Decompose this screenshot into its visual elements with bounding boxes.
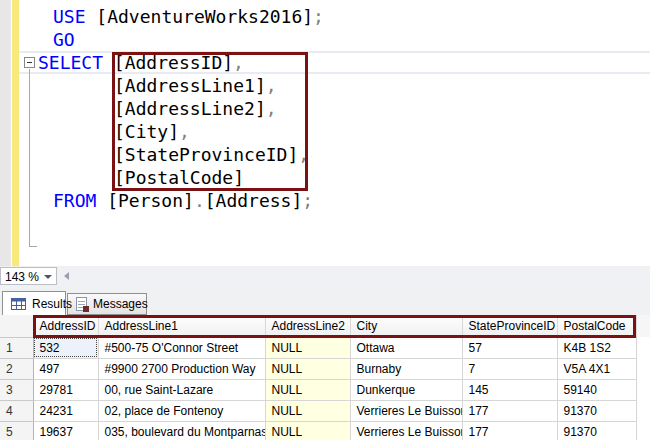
grid-cell[interactable]: 19637 (33, 421, 98, 440)
code-line: SELECT [AddressID], (20, 51, 650, 74)
code-line: [PostalCode] (20, 166, 650, 189)
grid-cell-null[interactable]: NULL (265, 400, 350, 421)
sql-identifier: [AddressID] (114, 52, 233, 73)
code-line: USE [AdventureWorks2016]; (20, 5, 650, 28)
column-header-addressid[interactable]: AddressID (33, 315, 98, 337)
sql-keyword: SELECT (38, 52, 114, 73)
column-header-addressline2[interactable]: AddressLine2 (265, 315, 350, 337)
sql-operator: , (266, 75, 277, 96)
grid-cell-null[interactable]: NULL (265, 379, 350, 400)
grid-cell[interactable]: 177 (462, 421, 557, 440)
fold-region-end (29, 246, 37, 247)
grid-cell[interactable]: 24231 (33, 400, 98, 421)
table-row: 3 29781 00, rue Saint-Lazare NULL Dunker… (0, 379, 650, 400)
grid-cell-null[interactable]: NULL (265, 421, 350, 440)
grid-cell[interactable]: #500-75 O'Connor Street (98, 337, 265, 358)
grid-cell-null[interactable]: NULL (265, 337, 350, 358)
sql-keyword: FROM (53, 190, 107, 211)
grid-corner-cell[interactable] (0, 315, 33, 337)
grid-cell[interactable]: V5A 4X1 (557, 358, 636, 379)
sql-identifier: [Address] (205, 190, 303, 211)
sql-identifier: [Person] (107, 190, 194, 211)
grid-cell[interactable]: 7 (462, 358, 557, 379)
sql-operator: , (266, 98, 277, 119)
grid-cell[interactable]: 145 (462, 379, 557, 400)
grid-header-row: AddressID AddressLine1 AddressLine2 City… (0, 315, 650, 337)
ssms-window: USE [AdventureWorks2016]; GO SELECT [Add… (0, 0, 650, 440)
grid-cell[interactable]: 57 (462, 337, 557, 358)
grid-cell[interactable]: 91370 (557, 400, 636, 421)
sql-identifier: [AdventureWorks2016] (96, 6, 313, 27)
sql-operator: , (298, 144, 309, 165)
change-tracking-bar (12, 0, 19, 266)
grid-cell[interactable]: 02, place de Fontenoy (98, 400, 265, 421)
results-tabstrip: Results Messages (0, 285, 650, 315)
sql-identifier: [StateProvinceID] (114, 144, 298, 165)
grid-cell[interactable]: K4B 1S2 (557, 337, 636, 358)
row-number[interactable]: 1 (0, 337, 33, 358)
grid-cell[interactable]: #9900 2700 Production Way (98, 358, 265, 379)
column-header-city[interactable]: City (350, 315, 462, 337)
grid-cell[interactable]: 29781 (33, 379, 98, 400)
sql-operator: . (194, 190, 205, 211)
sql-editor[interactable]: USE [AdventureWorks2016]; GO SELECT [Add… (0, 0, 650, 266)
results-table: AddressID AddressLine1 AddressLine2 City… (0, 315, 650, 440)
scroll-left-icon[interactable] (64, 272, 69, 280)
horizontal-scrollbar[interactable] (58, 267, 650, 285)
tab-results-label: Results (32, 297, 72, 311)
row-number[interactable]: 5 (0, 421, 33, 440)
sql-operator: ; (302, 190, 313, 211)
messages-document-icon (76, 297, 87, 311)
results-grid-icon (11, 298, 26, 310)
code-line: [City], (20, 120, 650, 143)
sql-identifier: [City] (114, 121, 179, 142)
tab-messages[interactable]: Messages (67, 293, 147, 315)
zoom-level-value: 143 % (5, 270, 39, 284)
grid-cell[interactable]: 497 (33, 358, 98, 379)
sql-code[interactable]: USE [AdventureWorks2016]; GO SELECT [Add… (20, 5, 650, 235)
sql-operator: , (233, 52, 244, 73)
grid-cell[interactable]: 91370 (557, 421, 636, 440)
grid-cell[interactable]: Dunkerque (350, 379, 462, 400)
grid-cell[interactable]: Verrieres Le Buisson (350, 400, 462, 421)
table-row: 4 24231 02, place de Fontenoy NULL Verri… (0, 400, 650, 421)
grid-header-filler (636, 315, 650, 337)
sql-operator: ; (313, 6, 324, 27)
grid-cell[interactable]: Burnaby (350, 358, 462, 379)
table-row: 5 19637 035, boulevard du Montparnasse N… (0, 421, 650, 440)
code-line: FROM [Person].[Address]; (20, 189, 650, 212)
grid-cell[interactable]: 59140 (557, 379, 636, 400)
tab-results[interactable]: Results (2, 291, 66, 315)
sql-identifier: [PostalCode] (114, 167, 244, 188)
column-header-addressline1[interactable]: AddressLine1 (98, 315, 265, 337)
sql-identifier: [AddressLine2] (114, 98, 266, 119)
code-line: [AddressLine1], (20, 74, 650, 97)
breakpoint-margin (0, 0, 11, 266)
grid-cell[interactable]: 00, rue Saint-Lazare (98, 379, 265, 400)
row-number[interactable]: 2 (0, 358, 33, 379)
row-number[interactable]: 4 (0, 400, 33, 421)
column-header-postalcode[interactable]: PostalCode (557, 315, 636, 337)
grid-cell[interactable]: 035, boulevard du Montparnasse (98, 421, 265, 440)
column-header-stateprovinceid[interactable]: StateProvinceID (462, 315, 557, 337)
sql-keyword: GO (53, 29, 75, 50)
editor-bottom-strip: 143 % (0, 266, 650, 285)
sql-identifier: [AddressLine1] (114, 75, 266, 96)
code-line: [StateProvinceID], (20, 143, 650, 166)
grid-cell[interactable]: Verrieres Le Buisson (350, 421, 462, 440)
table-row: 1 532 #500-75 O'Connor Street NULL Ottaw… (0, 337, 650, 358)
grid-cell[interactable]: Ottawa (350, 337, 462, 358)
grid-cell[interactable]: 177 (462, 400, 557, 421)
code-line (20, 212, 650, 235)
code-line: GO (20, 28, 650, 51)
row-number[interactable]: 3 (0, 379, 33, 400)
results-grid: AddressID AddressLine1 AddressLine2 City… (0, 315, 650, 440)
code-line: [AddressLine2], (20, 97, 650, 120)
zoom-level-dropdown[interactable]: 143 % (0, 267, 57, 285)
grid-cell-null[interactable]: NULL (265, 358, 350, 379)
chevron-down-icon (44, 275, 52, 279)
sql-keyword: USE (53, 6, 96, 27)
tab-messages-label: Messages (93, 297, 148, 311)
grid-cell-selected[interactable]: 532 (33, 337, 98, 358)
table-row: 2 497 #9900 2700 Production Way NULL Bur… (0, 358, 650, 379)
